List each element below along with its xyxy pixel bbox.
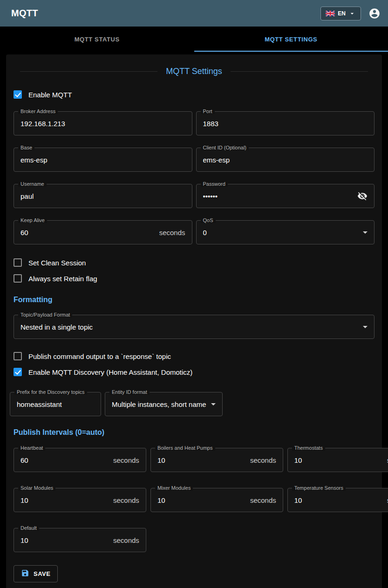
save-label: SAVE (34, 570, 50, 577)
discovery-prefix-field[interactable]: Prefix for the Discovery topics (10, 392, 101, 416)
client-id-field[interactable]: Client ID (Optional) (196, 148, 375, 172)
field-label: Base (18, 145, 34, 150)
heartbeat-field[interactable]: Heartbeat seconds (14, 448, 146, 472)
enable-mqtt-row: Enable MQTT (14, 90, 374, 99)
field-label: Thermostats (292, 445, 325, 451)
app-bar: MQTT EN (0, 0, 388, 27)
save-button[interactable]: SAVE (14, 565, 58, 582)
field-label: Port (201, 108, 215, 114)
unit-suffix: seconds (113, 456, 139, 464)
clean-session-label: Set Clean Session (28, 259, 86, 267)
formatting-section-title: Formatting (14, 296, 374, 304)
account-circle-icon[interactable] (368, 7, 381, 20)
client-id-input[interactable] (203, 156, 368, 164)
username-input[interactable] (20, 192, 185, 200)
response-topic-row: Publish command output to a `response` t… (14, 352, 374, 360)
mixer-modules-input[interactable] (157, 496, 250, 504)
publish-intervals-grid: Heartbeat seconds Boilers and Heat Pumps… (14, 448, 374, 552)
publish-intervals-section-title: Publish Intervals (0=auto) (14, 428, 374, 437)
thermostats-field[interactable]: Thermostats seconds (287, 448, 388, 472)
field-label: Heartbeat (18, 445, 45, 451)
page-title-divider: MQTT Settings (20, 67, 368, 76)
username-field[interactable]: Username (14, 184, 192, 208)
discovery-prefix-input[interactable] (17, 400, 94, 408)
mixer-modules-field[interactable]: Mixer Modules seconds (150, 488, 283, 512)
tab-label: MQTT STATUS (75, 36, 120, 43)
language-button[interactable]: EN (320, 7, 361, 20)
response-topic-label: Publish command output to a `response` t… (28, 352, 171, 360)
heartbeat-input[interactable] (20, 456, 113, 464)
unit-suffix: seconds (250, 496, 276, 504)
settings-panel: MQTT Settings Enable MQTT Broker Address… (6, 54, 382, 588)
keep-alive-field[interactable]: Keep Alive seconds (14, 220, 192, 244)
topic-format-select[interactable]: Topic/Payload Format Nested in a single … (14, 315, 374, 339)
default-interval-input[interactable] (20, 536, 113, 544)
clean-session-checkbox[interactable] (14, 258, 22, 267)
unit-suffix: seconds (250, 456, 276, 464)
discovery-label: Enable MQTT Discovery (Home Assistant, D… (28, 368, 192, 376)
entity-id-format-select[interactable]: Entity ID format Multiple instances, sho… (105, 392, 223, 416)
chevron-down-icon (348, 10, 356, 17)
field-label: Entity ID format (109, 389, 150, 395)
retain-flag-row: Always set Retain flag (14, 274, 374, 283)
field-label: Prefix for the Discovery topics (14, 389, 87, 395)
unit-suffix: seconds (159, 229, 185, 237)
field-label: Keep Alive (18, 217, 47, 223)
qos-value: 0 (203, 229, 360, 237)
default-interval-field[interactable]: Default seconds (14, 528, 146, 552)
enable-mqtt-checkbox[interactable] (14, 90, 22, 99)
save-icon (21, 569, 29, 579)
discovery-checkbox[interactable] (14, 368, 22, 376)
field-label: Client ID (Optional) (201, 145, 249, 150)
solar-modules-field[interactable]: Solar Modules seconds (14, 488, 146, 512)
base-field[interactable]: Base (14, 148, 192, 172)
retain-flag-checkbox[interactable] (14, 274, 22, 283)
tab-mqtt-settings[interactable]: MQTT SETTINGS (194, 27, 388, 52)
active-tab-indicator (194, 51, 388, 52)
field-label: Solar Modules (18, 485, 55, 491)
port-field[interactable]: Port (196, 111, 375, 135)
dropdown-arrow-icon (363, 231, 368, 234)
field-label: Username (18, 181, 47, 187)
password-field[interactable]: Password (196, 184, 375, 208)
unit-suffix: seconds (113, 536, 139, 544)
field-label: QoS (201, 217, 216, 223)
broker-address-field[interactable]: Broker Address (14, 111, 192, 135)
port-input[interactable] (203, 120, 368, 128)
broker-address-input[interactable] (20, 120, 185, 128)
field-label: Default (18, 525, 39, 531)
dropdown-arrow-icon (211, 403, 216, 406)
field-label: Topic/Payload Format (18, 312, 72, 318)
temperature-sensors-input[interactable] (294, 496, 387, 504)
discovery-row: Enable MQTT Discovery (Home Assistant, D… (14, 368, 374, 376)
temperature-sensors-field[interactable]: Temperature Sensors seconds (287, 488, 388, 512)
solar-modules-input[interactable] (20, 496, 113, 504)
topic-format-value: Nested in a single topic (20, 323, 359, 331)
password-input[interactable] (203, 192, 358, 200)
field-label: Boilers and Heat Pumps (155, 445, 215, 451)
app-title: MQTT (11, 8, 320, 19)
dropdown-arrow-icon (363, 326, 368, 328)
base-input[interactable] (20, 156, 185, 164)
field-label: Temperature Sensors (292, 485, 346, 491)
field-label: Password (201, 181, 228, 187)
entity-id-format-value: Multiple instances, short name (112, 400, 207, 408)
page-title: MQTT Settings (166, 67, 222, 76)
uk-flag-icon (326, 11, 335, 16)
keep-alive-input[interactable] (20, 229, 159, 237)
clean-session-row: Set Clean Session (14, 258, 374, 267)
tab-bar: MQTT STATUS MQTT SETTINGS (0, 27, 388, 52)
visibility-off-icon[interactable] (357, 191, 368, 201)
language-label: EN (338, 10, 346, 17)
unit-suffix: seconds (113, 496, 139, 504)
boilers-field[interactable]: Boilers and Heat Pumps seconds (150, 448, 283, 472)
field-label: Broker Address (18, 108, 58, 114)
field-label: Mixer Modules (155, 485, 193, 491)
tab-mqtt-status[interactable]: MQTT STATUS (0, 27, 194, 52)
enable-mqtt-label: Enable MQTT (28, 91, 72, 99)
response-topic-checkbox[interactable] (14, 352, 22, 360)
thermostats-input[interactable] (294, 456, 387, 464)
qos-select[interactable]: QoS 0 (196, 220, 375, 244)
boilers-input[interactable] (157, 456, 250, 464)
tab-label: MQTT SETTINGS (265, 36, 317, 43)
